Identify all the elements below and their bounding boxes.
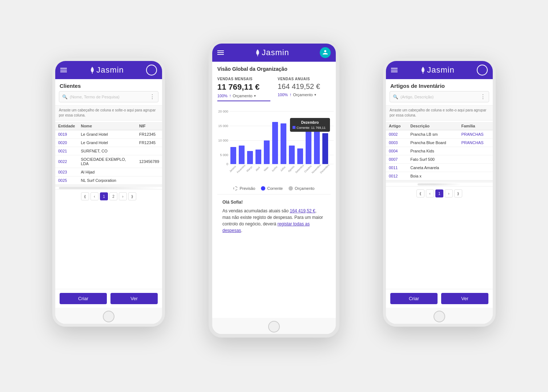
entidade-cell[interactable]: 0021	[55, 147, 78, 155]
page-next-right[interactable]: ›	[445, 189, 453, 197]
jasmin-logo-icon	[89, 66, 96, 74]
table-row[interactable]: 0023 Al Hijad	[55, 168, 162, 176]
svg-text:Junho: Junho	[271, 166, 278, 172]
nif-cell	[136, 147, 162, 155]
ai-link1[interactable]: 164 419,52 €	[290, 208, 315, 213]
hamburger-icon[interactable]	[60, 68, 67, 72]
search-bar-left[interactable]: 🔍 (Nome, Termo de Pesquisa) ⋮	[59, 91, 158, 102]
table-row[interactable]: 0012 Boia x	[386, 172, 493, 180]
jasmin-logo-icon-center	[254, 49, 261, 57]
svg-text:Abril: Abril	[255, 166, 261, 171]
chart-area: 20 000 15 000 10 000 5 000 0	[217, 107, 331, 181]
table-row[interactable]: 0025 NL Surf Corporation	[55, 176, 162, 185]
svg-text:Julho: Julho	[280, 166, 286, 172]
pagination-right: ⟪ ‹ 1 › ⟫	[386, 186, 493, 200]
user-avatar-center[interactable]	[320, 47, 331, 58]
page-last-right[interactable]: ⟫	[454, 189, 462, 197]
inventory-table: Artigo Descrição Família 0002 Prancha LB…	[386, 122, 493, 180]
col-entidade[interactable]: Entidade	[55, 122, 78, 130]
svg-text:Setembro: Setembro	[295, 164, 304, 173]
legend-dot-orcamento	[289, 186, 293, 191]
artigo-cell[interactable]: 0003	[386, 139, 407, 147]
hamburger-icon-center[interactable]	[217, 50, 224, 55]
familia-cell: PRANCHAS	[459, 130, 493, 139]
svg-text:0: 0	[226, 162, 228, 166]
ver-button-right[interactable]: Ver	[441, 293, 488, 304]
table-row[interactable]: 0003 Prancha Blue Board PRANCHAS	[386, 139, 493, 147]
left-phone-content: Clientes 🔍 (Nome, Termo de Pesquisa) ⋮ A…	[55, 79, 162, 289]
familia-cell	[459, 147, 493, 155]
search-more-left[interactable]: ⋮	[149, 93, 155, 100]
svg-rect-17	[289, 146, 295, 164]
artigo-cell[interactable]: 0011	[386, 164, 407, 172]
home-circle-right[interactable]	[434, 311, 445, 322]
svg-rect-10	[230, 147, 236, 164]
search-bar-right[interactable]: 🔍 (Artigo, Descrição) ⋮	[390, 91, 489, 102]
svg-text:15 000: 15 000	[218, 124, 228, 128]
vendas-anuais-value: 164 419,52 €	[278, 82, 331, 91]
table-row[interactable]: 0022 SOCIEDADE EXEMPLO, LDA 123456789	[55, 155, 162, 168]
nome-cell: Le Grand Hotel	[78, 139, 136, 147]
nome-cell: SURFNET, CO	[78, 147, 136, 155]
entidade-cell[interactable]: 0023	[55, 168, 78, 176]
entidade-cell[interactable]: 0020	[55, 139, 78, 147]
nif-cell: FR12345	[136, 130, 162, 139]
descricao-cell: Prancha Kids	[407, 147, 458, 155]
home-circle-left[interactable]	[103, 311, 114, 322]
page-1-left[interactable]: 1	[100, 192, 108, 200]
hamburger-icon-right[interactable]	[391, 68, 398, 72]
orcamento-btn-anuais[interactable]: Orçamento	[293, 93, 317, 97]
home-circle-center[interactable]	[268, 321, 280, 332]
page-next-left[interactable]: ›	[119, 192, 127, 200]
search-more-right[interactable]: ⋮	[480, 93, 486, 100]
table-row[interactable]: 0020 Le Grand Hotel FR12345	[55, 139, 162, 147]
svg-rect-18	[297, 148, 303, 164]
page-2-left[interactable]: 2	[109, 192, 117, 200]
clients-table: Entidade Nome NIF 0019 Le Grand Hotel FR…	[55, 122, 162, 185]
criar-button-left[interactable]: Criar	[60, 293, 107, 304]
entidade-cell[interactable]: 0022	[55, 155, 78, 168]
user-avatar-left[interactable]	[146, 65, 157, 75]
page-prev-left[interactable]: ‹	[90, 192, 98, 200]
user-avatar-right[interactable]	[477, 65, 488, 75]
phone-right: Jasmin Artigos de Inventário 🔍 (Artigo, …	[383, 58, 496, 327]
drag-hint-right: Arraste um cabeçalho de coluna e solte-o…	[386, 105, 493, 121]
col-nif[interactable]: NIF	[136, 122, 162, 130]
table-row[interactable]: 0002 Prancha LB sm PRANCHAS	[386, 130, 493, 139]
col-familia[interactable]: Família	[459, 122, 493, 130]
arrow-up-anuais: ↑	[289, 92, 291, 97]
ver-button-left[interactable]: Ver	[110, 293, 158, 304]
familia-cell	[459, 164, 493, 172]
familia-cell	[459, 172, 493, 180]
artigo-cell[interactable]: 0012	[386, 172, 407, 180]
nome-cell: NL Surf Corporation	[78, 176, 136, 185]
col-descricao[interactable]: Descrição	[407, 122, 458, 130]
table-row[interactable]: 0011 Caneta Amarela	[386, 164, 493, 172]
dashboard-content: Visão Global da Organização VENDAS MENSA…	[212, 62, 336, 318]
page-first-right[interactable]: ⟪	[416, 189, 424, 197]
page-last-left[interactable]: ⟫	[128, 192, 136, 200]
entidade-cell[interactable]: 0025	[55, 176, 78, 185]
orcamento-btn-mensais[interactable]: Orçamento	[233, 94, 256, 98]
svg-text:10 000: 10 000	[218, 139, 228, 142]
col-nome[interactable]: Nome	[78, 122, 136, 130]
col-artigo[interactable]: Artigo	[386, 122, 407, 130]
user-icon-center	[322, 49, 329, 56]
entidade-cell[interactable]: 0019	[55, 130, 78, 139]
table-row[interactable]: 0019 Le Grand Hotel FR12345	[55, 130, 162, 139]
svg-rect-21	[322, 133, 328, 164]
artigo-cell[interactable]: 0007	[386, 155, 407, 164]
table-row[interactable]: 0007 Fato Surf 500	[386, 155, 493, 164]
page-1-right[interactable]: 1	[435, 189, 443, 197]
arrow-up-mensais: ↑	[229, 93, 231, 98]
table-row[interactable]: 0021 SURFNET, CO	[55, 147, 162, 155]
jasmin-logo-left: Jasmin	[89, 65, 124, 75]
ai-text3: .	[241, 228, 242, 233]
page-prev-right[interactable]: ‹	[426, 189, 434, 197]
criar-button-right[interactable]: Criar	[390, 293, 438, 304]
artigo-cell[interactable]: 0002	[386, 130, 407, 139]
artigo-cell[interactable]: 0004	[386, 147, 407, 155]
page-first-left[interactable]: ⟪	[81, 192, 89, 200]
table-row[interactable]: 0004 Prancha Kids	[386, 147, 493, 155]
inventory-table-wrapper: Artigo Descrição Família 0002 Prancha LB…	[386, 122, 493, 180]
